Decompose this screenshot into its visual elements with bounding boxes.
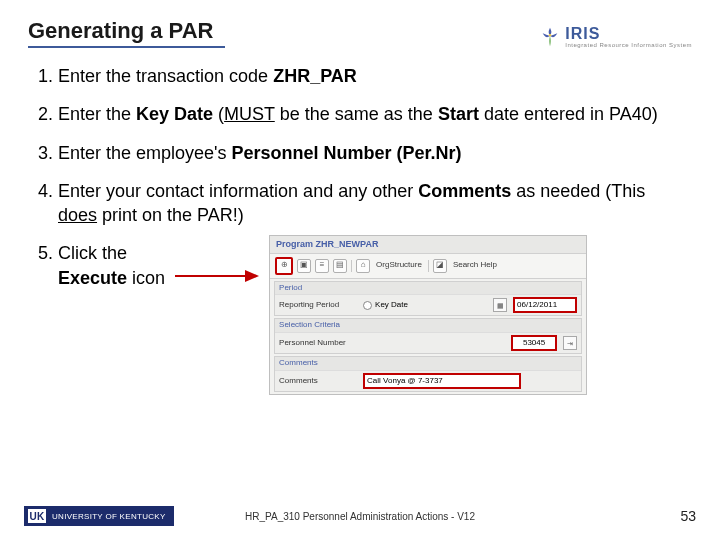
period-section: Period Reporting Period Key Date ▦ 06/12… (274, 281, 582, 317)
sap-toolbar: ⊕ ▣ ≡ ▤ ⌂ OrgStructure ◪ Search Help (270, 254, 586, 279)
transaction-code: ZHR_PAR (273, 66, 357, 86)
page-title: Generating a PAR (28, 18, 225, 48)
period-title: Period (275, 282, 581, 296)
comments-section: Comments Comments Call Vonya @ 7-3737 (274, 356, 582, 392)
sap-screenshot: Program ZHR_NEWPAR ⊕ ▣ ≡ ▤ ⌂ OrgStructur… (269, 235, 587, 395)
step-1: Enter the transaction code ZHR_PAR (58, 64, 692, 88)
sap-window-title: Program ZHR_NEWPAR (270, 236, 586, 253)
iris-flower-icon (539, 26, 561, 48)
step-2: Enter the Key Date (MUST be the same as … (58, 102, 692, 126)
searchhelp-label[interactable]: Search Help (451, 260, 499, 271)
toolbar-icon-3[interactable]: ▤ (333, 259, 347, 273)
searchhelp-icon[interactable]: ◪ (433, 259, 447, 273)
reporting-period-label: Reporting Period (279, 300, 357, 311)
uk-logo: UK UNIVERSITY OF KENTUCKY (24, 506, 174, 526)
step-5: Click the Execute icon Program ZHR_NEWPA… (58, 241, 692, 395)
personnel-number-label: Personnel Number (279, 338, 357, 349)
execute-icon[interactable]: ⊕ (275, 257, 293, 275)
orgstructure-icon[interactable]: ⌂ (356, 259, 370, 273)
comments-input[interactable]: Call Vonya @ 7-3737 (363, 373, 521, 389)
step-4: Enter your contact information and any o… (58, 179, 692, 228)
comments-label: Comments (279, 376, 357, 387)
personnel-number-input[interactable]: 53045 (511, 335, 557, 351)
uk-mark: UK (28, 509, 46, 523)
selection-title: Selection Criteria (275, 319, 581, 333)
comments-title: Comments (275, 357, 581, 371)
keydate-radio[interactable]: Key Date (363, 300, 408, 311)
iris-logo-subtitle: Integrated Resource Information System (565, 42, 692, 48)
instruction-list: Enter the transaction code ZHR_PAR Enter… (28, 64, 692, 395)
date-picker-icon[interactable]: ▦ (493, 298, 507, 312)
footer-doc-title: HR_PA_310 Personnel Administration Actio… (245, 511, 475, 522)
keydate-input[interactable]: 06/12/2011 (513, 297, 577, 313)
step-3: Enter the employee's Personnel Number (P… (58, 141, 692, 165)
arrow-icon (175, 271, 259, 281)
slide-footer: UK UNIVERSITY OF KENTUCKY HR_PA_310 Pers… (0, 506, 720, 526)
iris-logo: IRIS Integrated Resource Information Sys… (539, 26, 692, 48)
page-number: 53 (680, 508, 696, 524)
toolbar-icon-1[interactable]: ▣ (297, 259, 311, 273)
personnel-lookup-icon[interactable]: ⇥ (563, 336, 577, 350)
toolbar-icon-2[interactable]: ≡ (315, 259, 329, 273)
svg-point-0 (549, 34, 551, 36)
uk-name: UNIVERSITY OF KENTUCKY (52, 512, 166, 521)
selection-section: Selection Criteria Personnel Number 5304… (274, 318, 582, 354)
iris-logo-text: IRIS (565, 26, 692, 42)
orgstructure-label[interactable]: OrgStructure (374, 260, 424, 271)
